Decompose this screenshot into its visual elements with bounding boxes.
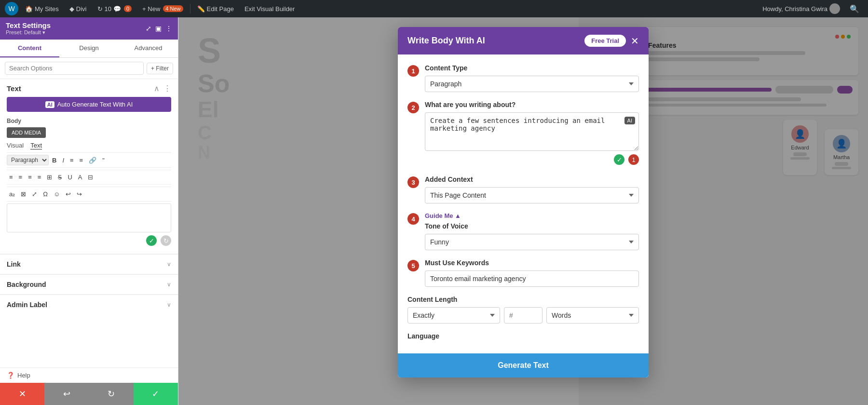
ordered-list-button[interactable]: ≡ — [77, 155, 86, 165]
content-length-number-input[interactable] — [504, 307, 542, 324]
context-select[interactable]: This Page Content — [425, 187, 639, 203]
step-1-label: Content Type — [425, 64, 639, 72]
tab-design[interactable]: Design — [59, 40, 119, 57]
layout-icon[interactable]: ▣ — [155, 25, 162, 32]
section-more-icon[interactable]: ⋮ — [163, 84, 171, 93]
modal-close-button[interactable]: ✕ — [631, 35, 639, 47]
special-chars-button[interactable]: Ω — [41, 189, 50, 199]
link-button[interactable]: 🔗 — [86, 155, 99, 165]
outdent-button[interactable]: ⊠ — [18, 189, 28, 199]
content-length-exactly-select[interactable]: Exactly — [407, 307, 500, 324]
subscript-button[interactable]: a₂ — [7, 189, 17, 199]
redo-button[interactable]: ↻ — [89, 383, 134, 405]
resize-icon[interactable]: ⤢ — [146, 25, 151, 32]
strikethrough-button[interactable]: S̶ — [55, 172, 64, 182]
text-section: Text ∧ ⋮ AI Auto Generate Text With AI B… — [0, 79, 178, 254]
keywords-input[interactable]: Toronto email marketing agency — [425, 270, 639, 287]
underline-button[interactable]: U — [65, 172, 74, 182]
step-2-reject-icon[interactable]: 1 — [628, 154, 639, 165]
tab-content[interactable]: Content — [0, 40, 59, 57]
step-4-content: Guide Me ▲ Tone of Voice Funny — [425, 212, 639, 250]
search-bar: + Filter — [0, 58, 178, 79]
tone-select[interactable]: Funny — [425, 234, 639, 250]
table-button[interactable]: ⊞ — [44, 172, 54, 182]
add-media-button[interactable]: ADD MEDIA — [7, 127, 46, 138]
step-4-label: Tone of Voice — [425, 222, 639, 230]
user-avatar — [829, 3, 840, 14]
collapse-icon[interactable]: ∧ — [154, 84, 160, 93]
editor-tab-visual[interactable]: Visual — [7, 142, 24, 149]
panel-header-icons: ⤢ ▣ ⋮ — [146, 25, 172, 32]
content-length-words-select[interactable]: Words — [546, 307, 639, 324]
accept-icon[interactable]: ✓ — [146, 235, 157, 246]
step-5-number: 5 — [407, 260, 419, 271]
search-input[interactable] — [5, 62, 144, 75]
guide-me-link[interactable]: Guide Me ▲ — [425, 212, 639, 219]
edit-page-btn[interactable]: ✏️ Edit Page — [193, 0, 238, 17]
new-menu[interactable]: + New 4 New — [138, 0, 187, 17]
free-trial-button[interactable]: Free Trial — [584, 35, 626, 47]
indent-button[interactable]: ⊟ — [85, 172, 95, 182]
background-section-label: Background — [7, 281, 46, 288]
italic-button[interactable]: I — [60, 155, 67, 165]
content-length-label: Content Length — [407, 296, 639, 303]
admin-label-section-toggle[interactable]: Admin Label ∨ — [0, 295, 178, 314]
edit-icon: ✏️ — [197, 5, 205, 13]
more-icon[interactable]: ⋮ — [165, 25, 172, 32]
align-right-button[interactable]: ≡ — [26, 172, 34, 182]
divi-icon: ◆ — [69, 5, 74, 13]
user-menu[interactable]: Howdy, Christina Gwira — [759, 0, 844, 17]
step-2-content: What are you writing about? Create a few… — [425, 101, 639, 167]
undo-button[interactable]: ↩ — [44, 383, 89, 405]
step-2-number: 2 — [407, 102, 419, 113]
regenerate-icon[interactable]: ↻ — [161, 235, 171, 246]
step-2-accept-icon[interactable]: ✓ — [614, 154, 624, 165]
background-chevron-icon: ∨ — [167, 281, 171, 288]
my-sites-menu[interactable]: 🏠 My Sites — [21, 0, 63, 17]
search-icon[interactable]: 🔍 — [846, 0, 863, 17]
panel-footer: ❓ Help — [0, 367, 178, 383]
step-5-label: Must Use Keywords — [425, 259, 639, 267]
sites-icon: 🏠 — [25, 5, 33, 13]
comments-menu[interactable]: ↻ 10 💬 0 — [94, 0, 136, 17]
cancel-button[interactable]: ✕ — [0, 383, 44, 405]
wp-logo-icon[interactable]: W — [5, 2, 18, 15]
tab-advanced[interactable]: Advanced — [119, 40, 178, 57]
quote-button[interactable]: " — [100, 155, 107, 165]
exit-builder-btn[interactable]: Exit Visual Builder — [241, 0, 299, 17]
step-1-content-type: 1 Content Type Paragraph — [407, 64, 639, 92]
unordered-list-button[interactable]: ≡ — [68, 155, 76, 165]
content-length-section: Content Length Exactly Words — [407, 296, 639, 324]
align-justify-button[interactable]: ≡ — [35, 172, 44, 182]
content-type-select[interactable]: Paragraph — [425, 76, 639, 92]
emoji-button[interactable]: ☺ — [51, 189, 62, 199]
divi-menu[interactable]: ◆ Divi — [66, 0, 91, 17]
expand-button[interactable]: ⤢ — [29, 189, 40, 199]
align-left-button[interactable]: ≡ — [7, 172, 15, 182]
editor-toolbar-2: ≡ ≡ ≡ ≡ ⊞ S̶ U A ⊟ — [7, 170, 171, 185]
topic-textarea[interactable]: Create a few sentences introducing an em… — [425, 112, 639, 151]
panel-preset[interactable]: Preset: Default ▾ — [6, 29, 51, 36]
link-section-toggle[interactable]: Link ∨ — [0, 254, 178, 274]
body-editor[interactable] — [7, 203, 171, 232]
bold-button[interactable]: B — [50, 155, 59, 165]
generate-text-button[interactable]: Generate Text — [398, 353, 649, 378]
refresh-icon: ↻ — [97, 5, 103, 13]
confirm-button[interactable]: ✓ — [134, 383, 178, 405]
ai-modal: Write Body With AI Free Trial ✕ 1 Conten… — [398, 27, 649, 378]
editor-tab-text[interactable]: Text — [30, 142, 42, 149]
paragraph-select[interactable]: Paragraph — [7, 155, 49, 165]
content-length-row: Exactly Words — [407, 307, 639, 324]
background-section-toggle[interactable]: Background ∨ — [0, 274, 178, 294]
modal-footer: Generate Text — [398, 353, 649, 378]
auto-generate-ai-button[interactable]: AI Auto Generate Text With AI — [7, 97, 171, 112]
link-section: Link ∨ — [0, 254, 178, 274]
align-center-button[interactable]: ≡ — [16, 172, 25, 182]
redo-editor-button[interactable]: ↪ — [74, 189, 84, 199]
filter-button[interactable]: + Filter — [147, 63, 173, 74]
undo-editor-button[interactable]: ↩ — [63, 189, 73, 199]
step-1-content: Content Type Paragraph — [425, 64, 639, 92]
step-5-content: Must Use Keywords Toronto email marketin… — [425, 259, 639, 287]
step-4-number: 4 — [407, 213, 419, 225]
text-color-button[interactable]: A — [76, 172, 85, 182]
